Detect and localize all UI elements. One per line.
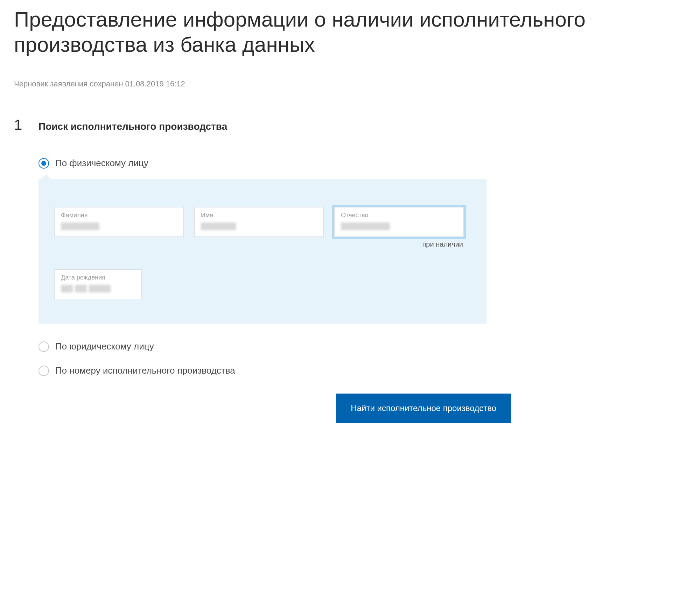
patronymic-value (341, 222, 457, 231)
radio-label: По физическому лицу (55, 158, 148, 169)
name-field[interactable]: Имя (194, 207, 324, 237)
radio-icon (38, 366, 49, 376)
patronymic-label: Отчество (341, 212, 457, 219)
step-title: Поиск исполнительного производства (38, 121, 227, 132)
radio-icon (38, 341, 49, 352)
radio-individual[interactable]: По физическому лицу (38, 158, 686, 169)
dob-value (61, 284, 135, 293)
page-title: Предоставление информации о наличии испо… (14, 7, 686, 57)
dob-label: Дата рождения (61, 274, 135, 281)
name-value (201, 222, 317, 231)
radio-legal[interactable]: По юридическому лицу (38, 341, 686, 352)
surname-value (61, 222, 177, 231)
name-label: Имя (201, 212, 317, 219)
radio-by-number[interactable]: По номеру исполнительного производства (38, 365, 686, 376)
step-header: 1 Поиск исполнительного производства (14, 116, 686, 133)
radio-icon (38, 158, 49, 169)
surname-field[interactable]: Фамилия (54, 207, 184, 237)
individual-panel: Фамилия Имя (38, 179, 686, 324)
draft-status: Черновик заявления сохранен 01.08.2019 1… (14, 75, 686, 89)
surname-label: Фамилия (61, 212, 177, 219)
radio-label: По юридическому лицу (55, 341, 154, 352)
form-area: По физическому лицу Фамилия Имя (38, 158, 686, 423)
dob-field[interactable]: Дата рождения (54, 269, 142, 299)
step-number: 1 (14, 116, 38, 133)
find-button[interactable]: Найти исполнительное производство (336, 394, 511, 423)
radio-label: По номеру исполнительного производства (55, 365, 235, 376)
patronymic-field[interactable]: Отчество (334, 207, 464, 237)
patronymic-hint: при наличии (334, 240, 464, 248)
